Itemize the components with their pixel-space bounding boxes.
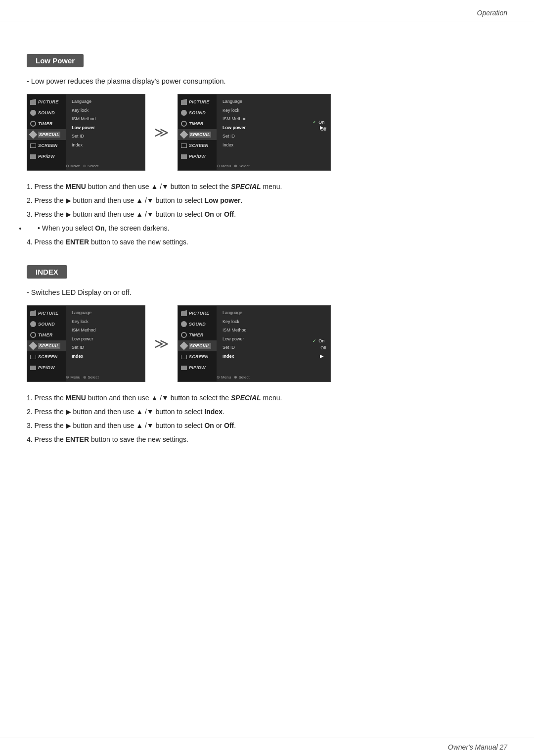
lp-step-4: 4. Press the ENTER button to save the ne…	[27, 237, 507, 247]
idx-step-3: 3. Press the ▶ button and then use ▲ /▼ …	[27, 421, 507, 431]
idx-r-picture-icon	[181, 310, 187, 316]
idx-l-special-icon	[29, 342, 38, 350]
idx-r-timer: TIMER	[178, 330, 217, 340]
r-picture-icon	[181, 99, 187, 105]
page-content: Low Power - Low power reduces the plasma…	[0, 21, 534, 489]
idx-r-special: SPECIAL	[178, 340, 217, 351]
idx-step-1: 1. Press the MENU button and then use ▲ …	[27, 393, 507, 403]
idx-r-index: Index ▶	[221, 352, 326, 361]
arrow-between-lp: ≫	[154, 124, 169, 141]
idx-l-picture-icon	[30, 310, 36, 316]
sound-icon	[30, 110, 36, 116]
idx-right-sidebar: PICTURE SOUND TIMER SPECIAL	[178, 306, 217, 381]
lowpower-bold: Low power	[204, 196, 240, 204]
pip-icon	[30, 154, 36, 159]
index-desc: - Switches LED Display on or off.	[27, 288, 507, 296]
r-sidebar-picture: PICTURE	[178, 96, 217, 107]
r-timer-icon	[181, 121, 187, 127]
idx-r-picture: PICTURE	[178, 308, 217, 319]
low-power-screenshots: PICTURE SOUND TIMER SPECIAL	[27, 94, 507, 171]
r-sidebar-special: SPECIAL	[178, 129, 217, 140]
lp-sub-bullet: When you select On, the screen darkens.	[27, 223, 507, 234]
idx-right-hint: ⊙ Menu ⊕ Select	[217, 375, 250, 379]
low-power-right-menu: PICTURE SOUND TIMER SPECIAL	[178, 94, 331, 171]
idx-l-language: Language	[70, 309, 141, 318]
picture-icon	[30, 99, 36, 105]
r-sidebar-screen: SCREEN	[178, 140, 217, 151]
idx-r-keylock: Key lock	[221, 318, 326, 327]
idx-l-screen: SCREEN	[27, 351, 66, 362]
menu-item-language: Language	[70, 97, 141, 106]
idx-l-timer-icon	[30, 332, 36, 338]
left-sidebar: PICTURE SOUND TIMER SPECIAL	[27, 94, 66, 170]
right-sidebar: PICTURE SOUND TIMER SPECIAL	[178, 94, 217, 170]
r-sound-icon	[181, 110, 187, 116]
r-menu-language: Language	[221, 97, 326, 106]
right-menu-content: Language Key lock ISM Method Low power ▶…	[217, 94, 330, 170]
menu-item-keylock: Key lock	[70, 106, 141, 115]
header-label: Operation	[477, 9, 507, 17]
idx-r-pip-icon	[181, 366, 187, 370]
page-header: Operation	[0, 0, 534, 21]
menu-bold: MENU	[66, 183, 86, 190]
index-instructions: 1. Press the MENU button and then use ▲ …	[27, 393, 507, 445]
idx-right-content: Language Key lock ISM Method Low power S…	[217, 306, 330, 381]
idx-left-sidebar: PICTURE SOUND TIMER SPECIAL	[27, 306, 66, 381]
idx-r-screen-icon	[181, 355, 187, 359]
low-power-section: Low Power - Low power reduces the plasma…	[27, 54, 507, 247]
right-menu-hint: ⊙ Menu ⊕ Select	[217, 164, 250, 168]
r-sidebar-timer: TIMER	[178, 118, 217, 129]
sidebar-special: SPECIAL	[27, 129, 66, 140]
idx-step-4: 4. Press the ENTER button to save the ne…	[27, 434, 507, 445]
idx-l-picture: PICTURE	[27, 308, 66, 319]
screen-icon	[30, 143, 36, 148]
index-heading: INDEX	[27, 265, 67, 279]
sidebar-picture: PICTURE	[27, 96, 66, 107]
idx-l-setid: Set ID	[70, 343, 141, 352]
low-power-left-menu: PICTURE SOUND TIMER SPECIAL	[27, 94, 145, 171]
idx-l-lowpower: Low power	[70, 335, 141, 344]
idx-r-ism: ISM Method	[221, 326, 326, 335]
r-special-icon	[180, 131, 188, 139]
index-screenshots: PICTURE SOUND TIMER SPECIAL	[27, 305, 507, 382]
idx-l-keylock: Key lock	[70, 318, 141, 327]
timer-icon	[30, 121, 36, 127]
submenu-off: Off	[311, 126, 328, 132]
index-section: INDEX - Switches LED Display on or off. …	[27, 265, 507, 445]
idx-r-special-icon	[180, 342, 188, 350]
menu-item-lowpower: Low power	[70, 124, 141, 133]
low-power-instructions: 1. Press the MENU button and then use ▲ …	[27, 182, 507, 247]
idx-step-2: 2. Press the ▶ button and then use ▲ /▼ …	[27, 407, 507, 417]
idx-r-language: Language	[221, 309, 326, 318]
low-power-heading: Low Power	[27, 54, 84, 67]
r-menu-keylock: Key lock	[221, 106, 326, 115]
idx-r-sound: SOUND	[178, 319, 217, 330]
idx-l-sound: SOUND	[27, 319, 66, 330]
idx-l-pip: PIP/DW	[27, 362, 66, 373]
idx-r-pip: PIP/DW	[178, 362, 217, 373]
lp-submenu: ✓ On Off	[311, 119, 328, 132]
r-menu-setid: Set ID	[221, 132, 326, 141]
idx-l-index: Index	[70, 352, 141, 361]
sidebar-screen: SCREEN	[27, 140, 66, 151]
r-screen-icon	[181, 143, 187, 148]
idx-submenu-on: ✓ On	[311, 338, 328, 344]
r-sidebar-sound: SOUND	[178, 107, 217, 118]
lp-step-3: 3. Press the ▶ button and then use ▲ /▼ …	[27, 209, 507, 220]
sidebar-pip: PIP/DW	[27, 151, 66, 162]
footer-label: Owner's Manual 27	[448, 743, 507, 751]
idx-l-ism: ISM Method	[70, 326, 141, 335]
r-menu-index: Index	[221, 141, 326, 150]
special-icon	[29, 131, 38, 139]
page-footer: Owner's Manual 27	[0, 738, 534, 756]
idx-l-timer: TIMER	[27, 330, 66, 340]
left-menu-hint: ⊙ Move ⊕ Select	[66, 164, 98, 168]
idx-l-special: SPECIAL	[27, 340, 66, 351]
menu-item-index: Index	[70, 141, 141, 150]
idx-left-hint: ⊙ Menu ⊕ Select	[66, 375, 99, 379]
arrow-between-idx: ≫	[154, 335, 169, 352]
idx-r-sound-icon	[181, 321, 187, 327]
idx-l-sound-icon	[30, 321, 36, 327]
idx-r-screen: SCREEN	[178, 351, 217, 362]
index-left-menu: PICTURE SOUND TIMER SPECIAL	[27, 305, 145, 382]
